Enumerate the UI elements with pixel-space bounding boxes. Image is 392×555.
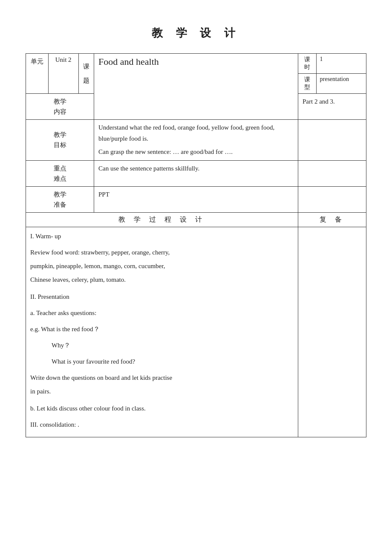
mubiao-right <box>298 120 366 161</box>
zhunbei-content: PPT <box>94 186 298 212</box>
fubei-header-cell: 复 备 <box>298 212 366 227</box>
kexing-label: 课型 <box>298 74 316 94</box>
row-unit: 单元 Unit 2 课 题 Food and health 课时 1 课型 pr… <box>26 54 366 94</box>
lesson-title-cell: Food and health <box>94 54 298 120</box>
process-line-6: e.g. What is the red food？ <box>30 323 294 335</box>
zhongdian-content: Can use the sentence patterns skillfully… <box>94 160 298 186</box>
fubei-content-cell <box>298 227 366 437</box>
kexing-row: 课型 presentation <box>298 74 366 94</box>
unit-label-cell: 单元 <box>26 54 49 94</box>
keshi-block: 课时 1 课型 presentation <box>298 54 366 94</box>
row-zhunbei: 教学 准备 PPT <box>26 186 366 212</box>
mubiao-line2: Can grasp the new sentence: … are good/b… <box>98 147 294 158</box>
row-zhongdian: 重点 难点 Can use the sentence patterns skil… <box>26 160 366 186</box>
mubiao-content: Understand what the red food, orange foo… <box>94 120 298 161</box>
page-title: 教 学 设 计 <box>26 26 366 40</box>
process-content-cell: I. Warm- up Review food word: strawberry… <box>26 227 298 437</box>
main-table: 单元 Unit 2 课 题 Food and health 课时 1 课型 pr… <box>26 53 366 437</box>
process-line-9: Write down the questions on board and le… <box>30 371 294 384</box>
process-line-7: Why？ <box>52 339 294 352</box>
process-line-10: in pairs. <box>30 385 294 398</box>
process-line-2: pumpkin, pineapple, lemon, mango, corn, … <box>30 260 294 272</box>
row-mubiao: 教学 目标 Understand what the red food, oran… <box>26 120 366 161</box>
ke-label-cell: 课 题 <box>78 54 94 94</box>
zhunbei-right <box>298 186 366 212</box>
process-line-1: Review food word: strawberry, pepper, or… <box>30 246 294 259</box>
ke-bottom: 题 <box>83 74 89 88</box>
neirong-label-text: 教学 内容 <box>54 98 66 115</box>
process-header-cell: 教 学 过 程 设 计 <box>26 212 298 227</box>
process-line-8: What is your favourite red food? <box>52 355 294 368</box>
process-line-12: III. consolidation: . <box>30 418 294 431</box>
keshi-value: 1 <box>316 54 366 74</box>
kexing-value: presentation <box>316 74 366 94</box>
unit-value-cell: Unit 2 <box>48 54 78 94</box>
ke-top: 课 <box>83 60 89 74</box>
process-line-5: a. Teacher asks questions: <box>30 306 294 319</box>
keshi-label: 课时 <box>298 54 316 74</box>
mubiao-line1: Understand what the red food, orange foo… <box>98 122 294 144</box>
neirong-content: Part 2 and 3. <box>298 94 366 120</box>
process-line-0: I. Warm- up <box>30 230 294 243</box>
keshi-row: 课时 1 <box>298 54 366 74</box>
process-line-4: II. Presentation <box>30 290 294 303</box>
process-line-3: Chinese leaves, celery, plum, tomato. <box>30 273 294 286</box>
process-line-11: b. Let kids discuss other colour food in… <box>30 402 294 415</box>
row-process-content: I. Warm- up Review food word: strawberry… <box>26 227 366 437</box>
neirong-label: 教学 内容 <box>26 94 94 120</box>
zhunbei-label: 教学 准备 <box>26 186 94 212</box>
zhongdian-right <box>298 160 366 186</box>
mubiao-label: 教学 目标 <box>26 120 94 161</box>
zhongdian-label: 重点 难点 <box>26 160 94 186</box>
row-process-header: 教 学 过 程 设 计 复 备 <box>26 212 366 227</box>
